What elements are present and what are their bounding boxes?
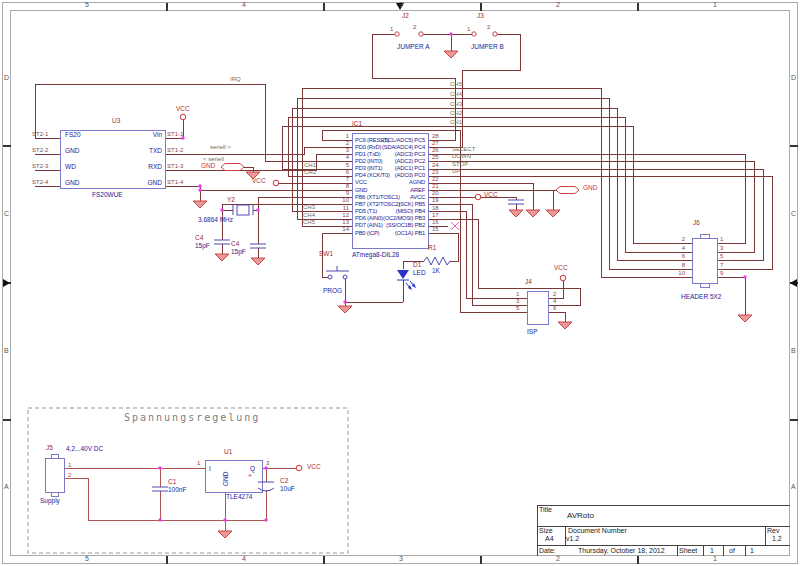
size-value: A4 (545, 535, 554, 543)
c1-value: 100nF (168, 486, 186, 494)
date-value: Thursday, October 18, 2012 (578, 547, 665, 555)
c4b-designator: C4 (231, 240, 239, 248)
frame-col-label: 1 (713, 1, 717, 9)
d1-name: LED (413, 269, 426, 277)
doc-number-value: v1.2 (566, 535, 579, 543)
psu-section-title: Spannungsregelung (124, 414, 260, 422)
sheet-number: 1 (710, 547, 714, 555)
net-label-ch2-left: CH2 (304, 168, 316, 176)
j3-pin-2: 2 (487, 23, 490, 31)
isp-body (527, 291, 548, 324)
c4a-designator: C4 (195, 234, 203, 242)
vcc-label-st1: VCC (176, 105, 190, 113)
rev-label: Rev (767, 527, 779, 535)
j5-designator: J5 (46, 444, 53, 452)
sheet-of: of (729, 547, 735, 555)
sw1-designator: SW1 (319, 250, 333, 258)
no-connect-x (451, 222, 459, 230)
c4b-value: 15pF (231, 248, 246, 256)
net-label-ch2-bus: CH2 (450, 109, 462, 117)
schematic-sheet: 5 4 3 2 1 5 4 3 2 1 D C B A D C B A Titl… (0, 0, 800, 566)
frame-col-label: 3 (399, 555, 403, 563)
date-label: Date: (539, 547, 556, 555)
frame-row-label: D (791, 74, 796, 82)
vcc-label-avcc: VCC (484, 191, 498, 198)
resistor-symbol (424, 257, 450, 265)
c4c-capacitor (508, 200, 524, 204)
header5x2-body (692, 238, 717, 283)
r1-designator: R1 (428, 244, 436, 252)
gnd-flag-2-label: GND (583, 184, 597, 192)
j5-pin-2: 2 (68, 471, 71, 479)
c2-polarity-plus: + (248, 472, 252, 480)
y2-value: 3.6864 MHz (198, 216, 233, 224)
vcc-label-isp: VCC (554, 264, 568, 272)
gnd-flag-1-label: GND (201, 162, 215, 170)
psu-section-box (28, 408, 348, 553)
title-block-title-label: Title (539, 506, 552, 514)
title-block-title: AVRoto (567, 512, 594, 520)
frame-row-label: A (4, 483, 9, 491)
u1-designator: U1 (224, 448, 232, 456)
frame-col-label: 4 (242, 1, 246, 9)
frame-col-label: 1 (713, 555, 717, 563)
frame-row-label: B (4, 347, 9, 355)
net-label-seriell-tx: seriell > (210, 143, 231, 151)
net-label-ch1-bus: CH1 (450, 118, 462, 126)
supply-connector-body (45, 458, 64, 492)
j2-pin-2: 2 (413, 23, 416, 31)
frame-col-label: 4 (242, 555, 246, 563)
sw1-name: PROG (323, 287, 342, 295)
r1-value: 1K (432, 267, 440, 275)
ic1-part-name: ATmega8-DIL28 (352, 251, 399, 259)
frame-col-label: 3 (399, 1, 403, 9)
c4a-value: 15pF (195, 242, 210, 250)
frame-row-label: C (791, 210, 796, 218)
c4b-capacitor (250, 244, 266, 248)
u3-part-name: FS20WUE (92, 191, 123, 199)
u1-output-pin-label: Q (250, 465, 255, 472)
doc-number-label: Document Number (568, 527, 627, 535)
c2-value: 10uF (280, 485, 295, 493)
frame-row-label: A (791, 483, 796, 491)
gnd-flag-1 (221, 164, 244, 171)
j6-name: HEADER 5X2 (681, 293, 721, 301)
j3-designator: J3 (477, 12, 484, 20)
y2-designator: Y2 (227, 196, 235, 204)
frame-col-label: 5 (85, 555, 89, 563)
frame-row-label: D (4, 74, 9, 82)
j5-pin-1: 1 (68, 461, 71, 469)
crystal-symbol (233, 205, 253, 215)
u1-input-pin-label: I (209, 465, 211, 472)
u1-gnd-pin-label: GND (222, 472, 229, 486)
c2-designator: C2 (280, 477, 288, 485)
u1-part-name: TLE4274 (226, 493, 252, 501)
j3-name: JUMPER B (471, 43, 504, 51)
net-label-ch5-left: CH5 (303, 218, 315, 226)
j2-pin-1: 1 (390, 25, 393, 33)
sheet-label: Sheet (679, 547, 697, 555)
j5-voltage-range: 4,2...40V DC (66, 445, 103, 452)
u1-pin-3: 3 (266, 459, 269, 467)
sheet-frame (3, 3, 798, 564)
j4-designator: J4 (525, 278, 532, 286)
j5-name: Supply (40, 497, 60, 505)
net-label-ch4-bus: CH4 (450, 90, 462, 98)
j6-designator: J6 (693, 219, 700, 227)
j2-name: JUMPER A (397, 43, 430, 51)
frame-col-label: 2 (556, 1, 560, 9)
net-label-down: DOWN (452, 152, 471, 160)
frame-ticks (3, 3, 798, 564)
sheet-total: 1 (750, 547, 754, 555)
net-label-irq: IRQ (230, 75, 241, 83)
gnd-flag-2 (556, 187, 579, 194)
psu-vcc-label: VCC (307, 463, 321, 471)
net-label-ch5-bus: CH5 (450, 80, 462, 88)
vcc-label-ic-supply: VCC (252, 177, 266, 185)
u3-designator: U3 (112, 117, 120, 125)
ic1-designator: IC1 (352, 120, 362, 128)
net-label-ch3-left: CH3 (303, 203, 315, 211)
schematic-graphics (0, 0, 800, 566)
net-label-up: UP (452, 167, 460, 175)
c4a-capacitor (214, 240, 230, 244)
